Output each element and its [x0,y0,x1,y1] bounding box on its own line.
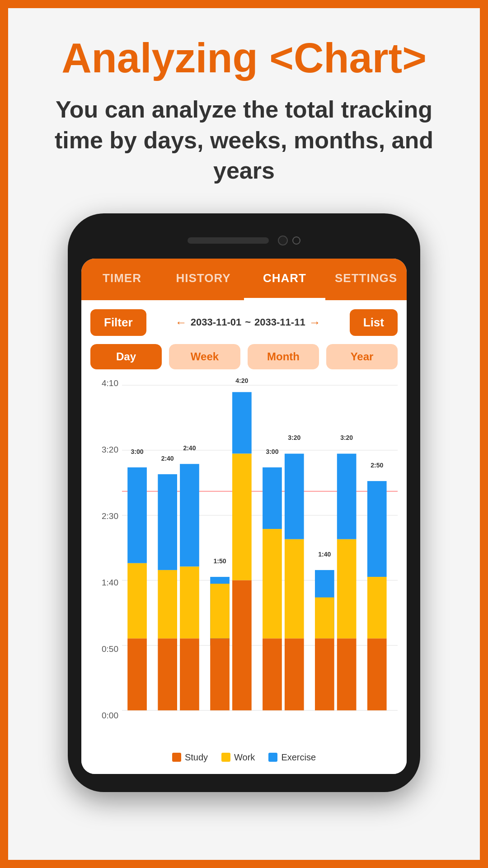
svg-text:3:00: 3:00 [131,448,144,455]
svg-text:2:50: 2:50 [371,462,383,469]
phone-notch [81,227,407,254]
svg-rect-16 [180,566,199,638]
phone-mockup: TIMER HISTORY CHART SETTINGS Filter ← 20… [68,213,420,792]
page-title: Analyzing <Chart> [61,35,427,81]
chart-area: Filter ← 2033-11-01 ~ 2033-11-11 → List … [81,300,407,774]
svg-text:3:20: 3:20 [340,434,353,441]
svg-rect-21 [210,638,230,710]
bar-group-1111: 2:50 [367,462,387,710]
tab-history[interactable]: HISTORY [163,259,244,300]
period-year-button[interactable]: Year [326,344,398,369]
bar-group-1105a: 1:50 [210,557,230,711]
svg-rect-17 [180,638,199,710]
period-row: Day Week Month Year [90,344,398,369]
svg-rect-20 [210,584,230,638]
svg-rect-9 [127,638,147,710]
svg-text:2:40: 2:40 [183,444,196,452]
chart-svg: 3:00 2:40 [122,378,398,721]
tab-timer[interactable]: TIMER [81,259,163,300]
svg-rect-45 [367,638,387,710]
speaker [188,237,269,244]
study-color-dot [172,753,181,762]
svg-rect-32 [285,539,304,639]
period-month-button[interactable]: Month [248,344,319,369]
tab-settings[interactable]: SETTINGS [325,259,407,300]
camera [278,236,288,245]
period-day-button[interactable]: Day [90,344,162,369]
svg-rect-33 [285,638,304,710]
date-end: 2033-11-11 [254,316,305,328]
bar-group-1107b: 3:20 [285,434,304,710]
legend-work-label: Work [234,752,255,763]
legend-exercise-label: Exercise [281,752,316,763]
bar-group-1109a: 1:40 [315,551,334,711]
chart-wrapper: 4:10 3:20 2:30 1:40 0:50 0:00 [90,378,398,748]
bar-group-1109b: 3:20 [337,434,357,710]
legend-study: Study [172,752,208,763]
work-color-dot [221,753,230,762]
bar-group-1103b: 2:40 [180,444,199,710]
list-button[interactable]: List [350,309,398,336]
page-wrapper: Analyzing <Chart> You can analyze the to… [0,0,488,868]
legend-exercise: Exercise [268,752,316,763]
period-week-button[interactable]: Week [169,344,240,369]
svg-rect-41 [337,638,357,710]
svg-rect-13 [158,638,177,710]
arrow-right-icon[interactable]: → [309,316,321,330]
svg-text:2:40: 2:40 [161,455,174,462]
y-label-5: 0:00 [90,711,122,721]
bar-group-1103a: 2:40 [158,455,177,711]
chart-inner: 3:00 2:40 [122,378,398,721]
legend-study-label: Study [185,752,208,763]
svg-text:3:20: 3:20 [288,434,300,441]
svg-rect-36 [315,597,334,638]
top-nav: TIMER HISTORY CHART SETTINGS [81,259,407,300]
svg-rect-24 [232,454,252,580]
y-label-3: 1:40 [90,578,122,588]
svg-text:4:20: 4:20 [235,378,248,384]
svg-rect-31 [285,454,304,539]
chart-legend: Study Work Exercise [90,748,398,765]
svg-rect-43 [367,481,387,577]
svg-rect-39 [337,454,357,539]
page-subtitle: You can analyze the total tracking time … [26,94,462,186]
svg-rect-27 [263,467,282,529]
svg-rect-8 [127,563,147,639]
y-label-0: 4:10 [90,378,122,388]
date-start: 2033-11-01 [191,316,242,328]
y-label-4: 0:50 [90,644,122,654]
svg-text:1:40: 1:40 [318,551,331,558]
svg-rect-44 [367,577,387,638]
tab-chart[interactable]: CHART [244,259,325,300]
svg-text:1:50: 1:50 [214,557,226,565]
phone-screen: TIMER HISTORY CHART SETTINGS Filter ← 20… [81,259,407,774]
svg-rect-12 [158,570,177,638]
bar-group-1107a: 3:00 [263,448,282,711]
filter-button[interactable]: Filter [90,309,146,336]
svg-rect-15 [180,464,199,566]
exercise-color-dot [268,753,277,762]
svg-rect-28 [263,529,282,638]
svg-rect-25 [232,580,252,711]
front-camera [292,236,300,245]
svg-text:3:00: 3:00 [266,448,278,455]
svg-rect-11 [158,474,177,570]
bar-group-1105b: 4:20 [232,378,252,710]
svg-rect-23 [232,392,252,453]
date-range: ← 2033-11-01 ~ 2033-11-11 → [175,316,321,330]
date-tilde: ~ [245,316,251,328]
svg-rect-7 [127,467,147,563]
y-label-1: 3:20 [90,445,122,455]
svg-rect-29 [263,638,282,710]
legend-work: Work [221,752,255,763]
bar-group-1101: 3:00 [127,448,147,711]
svg-rect-40 [337,539,357,639]
filter-row: Filter ← 2033-11-01 ~ 2033-11-11 → List [90,309,398,336]
svg-rect-37 [315,638,334,710]
arrow-left-icon[interactable]: ← [175,316,187,330]
y-label-2: 2:30 [90,511,122,521]
y-axis: 4:10 3:20 2:30 1:40 0:50 0:00 [90,378,122,721]
